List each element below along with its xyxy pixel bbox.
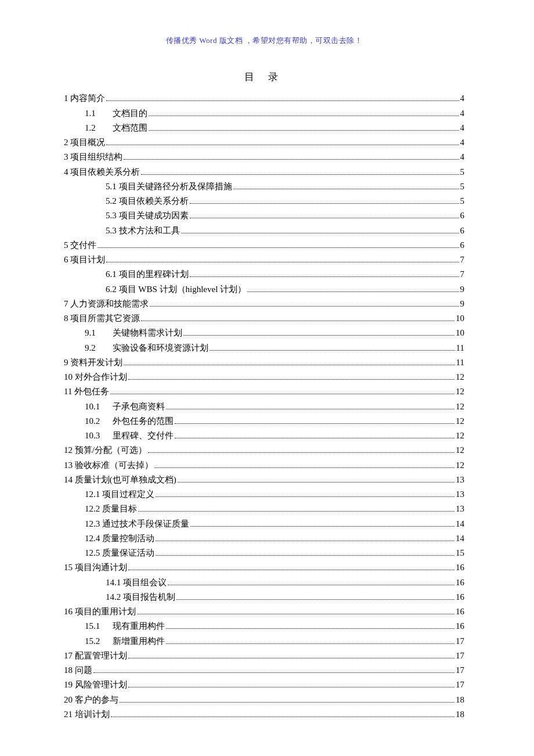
toc-entry-page[interactable]: 4 (460, 92, 465, 105)
toc-entry-page[interactable]: 6 (460, 224, 465, 237)
toc-entry-label[interactable]: 21 培训计划 (64, 708, 110, 721)
toc-entry-label[interactable]: 3 项目组织结构 (64, 150, 122, 164)
toc-entry-page[interactable]: 4 (460, 121, 465, 135)
toc-entry-number: 4 (64, 167, 68, 177)
toc-entry-label[interactable]: 6.1 项目的里程碑计划 (106, 268, 189, 281)
toc-entry-label[interactable]: 12.1 项目过程定义 (85, 488, 154, 501)
toc-entry-page[interactable]: 6 (460, 209, 465, 222)
toc-entry-page[interactable]: 9 (460, 283, 465, 296)
toc-entry-number: 10.2 (85, 415, 113, 428)
toc-entry-label[interactable]: 12.2 质量目标 (85, 502, 137, 516)
toc-entry-label[interactable]: 9.1关键物料需求计划 (85, 326, 182, 340)
toc-entry-label[interactable]: 10 对外合作计划 (64, 370, 127, 384)
toc-entry-page[interactable]: 10 (456, 312, 464, 325)
toc-entry-label[interactable]: 14.2 项目报告机制 (106, 591, 175, 604)
toc-entry-page[interactable]: 10 (456, 326, 464, 340)
toc-entry-page[interactable]: 16 (456, 620, 464, 633)
toc-line: 9.2实验设备和环境资源计划11 (64, 341, 464, 355)
toc-entry-page[interactable]: 4 (460, 107, 465, 120)
toc-entry-label[interactable]: 5.2 项目依赖关系分析 (106, 195, 189, 208)
toc-entry-page[interactable]: 5 (460, 195, 465, 208)
toc-entry-label[interactable]: 10.2外包任务的范围 (85, 415, 174, 428)
toc-entry-label[interactable]: 12.5 质量保证活动 (85, 546, 154, 560)
toc-entry-label[interactable]: 1 内容简介 (64, 92, 105, 105)
toc-entry-label[interactable]: 15 项目沟通计划 (64, 561, 127, 574)
toc-entry-label[interactable]: 16 项目的重用计划 (64, 605, 136, 618)
toc-entry-page[interactable]: 12 (456, 415, 464, 428)
toc-entry-label[interactable]: 15.1现有重用构件 (85, 620, 165, 633)
toc-entry-page[interactable]: 14 (456, 517, 464, 531)
toc-entry-page[interactable]: 13 (456, 473, 464, 487)
toc-entry-page[interactable]: 17 (456, 664, 464, 677)
toc-entry-label[interactable]: 6 项目计划 (64, 253, 105, 267)
toc-entry-number: 12.2 (85, 504, 100, 513)
toc-entry-label[interactable]: 20 客户的参与 (64, 693, 118, 707)
toc-entry-page[interactable]: 13 (456, 488, 464, 501)
toc-entry-page[interactable]: 11 (456, 341, 464, 355)
toc-entry-label[interactable]: 9 资料开发计划 (64, 356, 122, 369)
toc-entry-page[interactable]: 16 (456, 561, 464, 574)
toc-entry-label[interactable]: 11 外包任务 (64, 385, 109, 398)
toc-entry-page[interactable]: 12 (456, 429, 464, 442)
toc-entry-label[interactable]: 19 风险管理计划 (64, 678, 127, 692)
toc-entry-page[interactable]: 5 (460, 180, 465, 193)
toc-entry-title: 项目过程定义 (102, 489, 154, 499)
toc-entry-page[interactable]: 9 (460, 297, 465, 311)
toc-entry-label[interactable]: 15.2新增重用构件 (85, 635, 165, 648)
toc-entry-page[interactable]: 17 (456, 649, 464, 663)
toc-entry-page[interactable]: 4 (460, 150, 465, 164)
toc-leader-dots (124, 365, 454, 365)
toc-entry-page[interactable]: 12 (456, 385, 464, 398)
toc-entry-label[interactable]: 7 人力资源和技能需求 (64, 297, 149, 311)
toc-entry-label[interactable]: 1.1文档目的 (85, 107, 147, 120)
toc-entry-page[interactable]: 15 (456, 546, 464, 560)
toc-entry-label[interactable]: 5.3 技术方法和工具 (106, 224, 180, 237)
toc-entry-page[interactable]: 14 (456, 532, 464, 545)
toc-entry-title: 关键物料需求计划 (113, 328, 182, 337)
toc-line: 10.1子承包商资料12 (64, 400, 464, 413)
toc-entry-page[interactable]: 4 (460, 136, 465, 149)
toc-entry-label[interactable]: 5 交付件 (64, 239, 96, 252)
toc-entry-page[interactable]: 13 (456, 502, 464, 516)
toc-entry-page[interactable]: 5 (460, 165, 465, 179)
toc-entry-page[interactable]: 17 (456, 635, 464, 648)
toc-entry-page[interactable]: 18 (456, 693, 464, 707)
toc-entry-number: 10.1 (85, 400, 113, 413)
toc-leader-dots (247, 291, 459, 292)
toc-entry-label[interactable]: 2 项目概况 (64, 136, 105, 149)
toc-entry-label[interactable]: 14 质量计划(也可单独成文档) (64, 473, 176, 487)
toc-entry-label[interactable]: 4 项目依赖关系分析 (64, 165, 140, 179)
toc-leader-dots (190, 218, 459, 218)
toc-entry-label[interactable]: 12.4 质量控制活动 (85, 532, 154, 545)
toc-leader-dots (106, 262, 459, 262)
toc-entry-page[interactable]: 12 (456, 400, 464, 413)
toc-entry-page[interactable]: 16 (456, 576, 464, 589)
toc-entry-label[interactable]: 9.2实验设备和环境资源计划 (85, 341, 208, 355)
toc-entry-page[interactable]: 12 (456, 444, 464, 457)
toc-entry-label[interactable]: 10.1子承包商资料 (85, 400, 165, 413)
toc-entry-page[interactable]: 12 (456, 370, 464, 384)
toc-entry-page[interactable]: 6 (460, 239, 465, 252)
toc-entry-page[interactable]: 16 (456, 591, 464, 604)
toc-entry-label[interactable]: 1.2文档范围 (85, 121, 147, 135)
toc-entry-page[interactable]: 12 (456, 459, 464, 472)
toc-entry-label[interactable]: 6.2 项目 WBS 计划（highlevel 计划） (106, 283, 246, 296)
toc-entry-label[interactable]: 14.1 项目组会议 (106, 576, 167, 589)
toc-entry-label[interactable]: 8 项目所需其它资源 (64, 312, 140, 325)
toc-entry-label[interactable]: 10.3里程碑、交付件 (85, 429, 174, 442)
toc-entry-page[interactable]: 17 (456, 678, 464, 692)
toc-entry-label[interactable]: 13 验收标准（可去掉） (64, 459, 153, 472)
toc-entry-page[interactable]: 7 (460, 268, 465, 281)
toc-entry-page[interactable]: 7 (460, 253, 465, 267)
toc-entry-label[interactable]: 5.1 项目关键路径分析及保障措施 (106, 180, 232, 193)
toc-entry-number: 12 (64, 445, 73, 455)
toc-entry-label[interactable]: 12 预算/分配（可选） (64, 444, 147, 457)
toc-entry-page[interactable]: 16 (456, 605, 464, 618)
toc-entry-page[interactable]: 18 (456, 708, 464, 721)
toc-entry-title: 外包任务 (74, 387, 109, 396)
toc-entry-label[interactable]: 18 问题 (64, 664, 92, 677)
toc-entry-label[interactable]: 12.3 通过技术手段保证质量 (85, 517, 189, 531)
toc-entry-page[interactable]: 11 (456, 356, 464, 369)
toc-entry-label[interactable]: 17 配置管理计划 (64, 649, 127, 663)
toc-entry-label[interactable]: 5.3 项目关键成功因素 (106, 209, 189, 222)
